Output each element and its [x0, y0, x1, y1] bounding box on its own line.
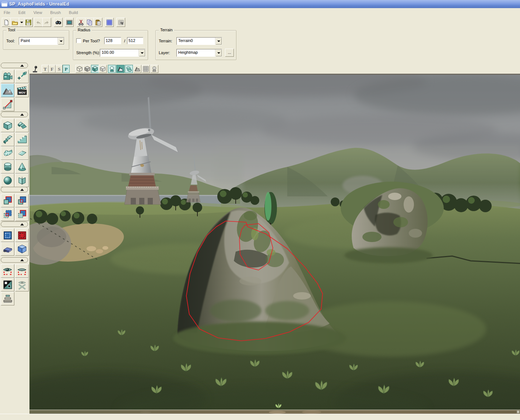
menu-edit[interactable]: Edit — [17, 10, 29, 15]
sphere-button[interactable] — [1, 174, 14, 187]
wireframe-mode-button[interactable] — [75, 65, 84, 73]
perspective-viewport[interactable] — [29, 75, 520, 410]
volumetric-button[interactable] — [15, 174, 29, 187]
per-tool-checkbox[interactable] — [76, 38, 81, 43]
cut-button[interactable] — [77, 18, 85, 27]
strength-label: Strength (%): — [76, 50, 100, 55]
tool-select-drop[interactable] — [57, 38, 64, 45]
front-view-button[interactable]: F — [49, 65, 56, 73]
toolbox-section-brushes-header[interactable] — [1, 112, 28, 117]
show-all-button[interactable] — [15, 278, 29, 291]
terrain-select[interactable]: Terrain0 — [176, 37, 222, 45]
menu-brush[interactable]: Brush — [49, 10, 64, 15]
redo-button[interactable] — [42, 18, 51, 27]
cylinder-button[interactable] — [1, 160, 14, 174]
add-volume-icon — [17, 230, 27, 241]
show-terrain-button[interactable] — [116, 65, 124, 73]
toolbox-section-select-header[interactable] — [1, 257, 28, 263]
menu-build[interactable]: Build — [67, 10, 81, 15]
toolbox-section-modes-header[interactable] — [1, 63, 28, 68]
scrollbar-nub — [517, 410, 520, 413]
show-terrain-icon — [117, 66, 123, 72]
layer-select[interactable]: Heightmap — [176, 49, 222, 57]
strength-combo[interactable]: 100.00 — [100, 49, 145, 57]
add-special-icon — [3, 230, 13, 241]
undo-button[interactable] — [34, 18, 43, 27]
perspective-view-button[interactable]: P — [63, 65, 70, 73]
title-bar[interactable]: SP_AsphoFields - UnrealEd — [0, 0, 520, 8]
show-staticmesh-button[interactable] — [133, 65, 141, 73]
align-viewports-button[interactable] — [1, 292, 14, 305]
tool-select[interactable]: Paint — [19, 37, 64, 45]
mov-label: MOV — [18, 91, 25, 94]
camera-speed-icon[interactable] — [32, 65, 38, 73]
spiral-stairs-button[interactable] — [1, 133, 14, 146]
show-coronas-button[interactable] — [108, 65, 116, 73]
textured-mode-button[interactable] — [91, 65, 99, 73]
show-all-icon — [17, 280, 28, 290]
side-view-button[interactable]: S — [56, 65, 63, 73]
collapse-up-icon — [20, 64, 24, 67]
show-grid-button[interactable] — [142, 65, 150, 73]
camera-mode-button[interactable] — [1, 70, 14, 83]
window-icon — [1, 2, 7, 7]
add-mover-button[interactable] — [1, 242, 14, 256]
open-map-button[interactable] — [10, 18, 19, 27]
shape-editor-button[interactable] — [116, 18, 125, 27]
2d-grid-button[interactable] — [105, 18, 114, 27]
cube-brush-icon — [3, 120, 13, 131]
menu-file[interactable]: File — [2, 10, 14, 15]
csg-intersect-button[interactable] — [1, 207, 14, 221]
copy-button[interactable] — [85, 18, 94, 27]
layer-select-drop[interactable] — [215, 49, 222, 56]
matinee-button[interactable]: MOV — [15, 84, 29, 97]
csg-add-button[interactable] — [1, 194, 14, 207]
show-selected-button[interactable] — [1, 264, 14, 278]
outer-radius-input[interactable]: 512 — [127, 37, 143, 44]
strength-combo-drop[interactable] — [138, 49, 145, 56]
hide-selected-button[interactable] — [15, 264, 29, 278]
toolbox-section-volumes-header[interactable] — [1, 221, 28, 227]
csg-intersect-icon — [3, 209, 13, 220]
open-recent-dropdown[interactable] — [19, 18, 24, 27]
curved-stairs-button[interactable] — [15, 119, 29, 132]
terrain-sheet-button[interactable] — [1, 146, 14, 160]
dirt-rock — [140, 411, 151, 413]
terrain-select-drop[interactable] — [215, 38, 222, 45]
lit-mode-icon — [100, 66, 106, 72]
show-projectors-icon — [126, 66, 132, 72]
stairs-button[interactable] — [15, 133, 29, 146]
show-fog-button[interactable] — [150, 65, 158, 73]
search-actors-button[interactable] — [54, 18, 63, 27]
toolbox-section-csg-header[interactable] — [1, 187, 28, 192]
csg-subtract-button[interactable] — [15, 194, 29, 207]
show-staticmesh-icon — [134, 66, 140, 72]
browser-windows-button[interactable] — [65, 18, 74, 27]
inner-radius-input[interactable]: 128 — [104, 37, 121, 44]
new-map-button[interactable] — [2, 18, 11, 27]
open-icon — [12, 20, 18, 25]
chevron-down-icon — [141, 52, 144, 54]
csg-deintersect-button[interactable] — [15, 207, 29, 221]
invert-selection-button[interactable] — [1, 278, 14, 291]
top-view-button[interactable]: T — [42, 65, 49, 73]
cone-button[interactable] — [15, 160, 29, 174]
show-projectors-button[interactable] — [125, 65, 133, 73]
add-volume-button[interactable] — [15, 228, 29, 242]
paste-button[interactable] — [94, 18, 102, 27]
terrain-edit-button[interactable] — [1, 84, 14, 97]
actor-rotate-button[interactable] — [15, 70, 29, 83]
collapse-up-icon — [20, 223, 24, 225]
lit-mode-button[interactable] — [99, 65, 107, 73]
bottom-viewport-sliver[interactable] — [29, 410, 520, 414]
add-antiportal-button[interactable] — [15, 242, 29, 256]
add-special-button[interactable] — [1, 228, 14, 242]
terrain-panel: Terrain Terrain: Terrain0 Layer: Heightm… — [155, 30, 236, 60]
menu-view[interactable]: View — [32, 10, 46, 15]
cube-brush-button[interactable] — [1, 119, 14, 132]
layer-browse-button[interactable]: ... — [225, 49, 234, 57]
save-map-button[interactable] — [24, 18, 33, 27]
flat-mode-button[interactable] — [83, 65, 91, 73]
sheet-button[interactable] — [15, 146, 29, 160]
brush-clip-button[interactable] — [1, 98, 14, 111]
